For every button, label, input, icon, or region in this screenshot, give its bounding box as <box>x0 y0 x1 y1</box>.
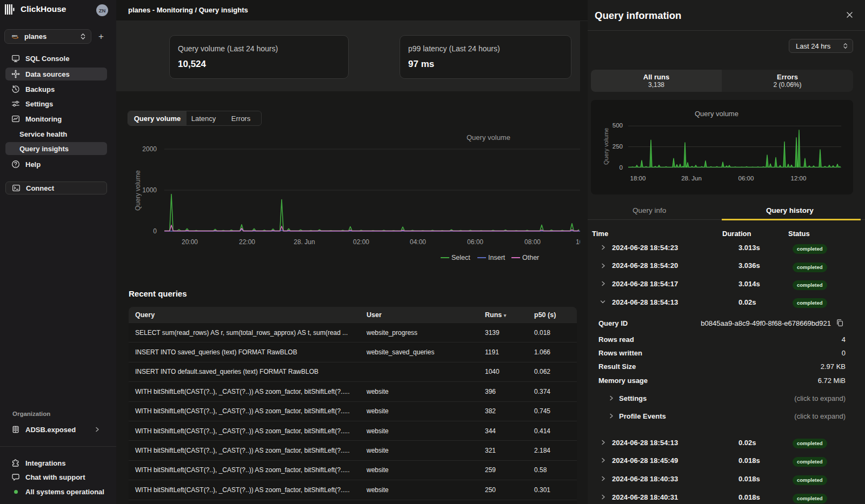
svg-text:aws: aws <box>12 34 17 37</box>
svg-text:Other: Other <box>522 254 539 261</box>
svg-text:Select: Select <box>451 254 470 261</box>
svg-text:Insert: Insert <box>488 254 505 261</box>
